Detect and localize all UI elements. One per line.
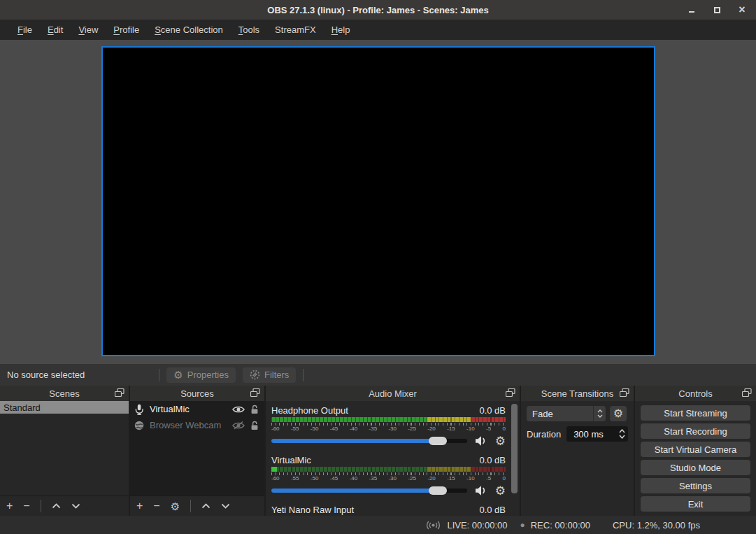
- menu-tools[interactable]: Tools: [231, 22, 267, 38]
- channel-settings-gear-icon[interactable]: ⚙: [495, 485, 506, 497]
- audio-mixer-header[interactable]: Audio Mixer: [266, 386, 520, 401]
- record-dot-icon: ●: [520, 520, 525, 530]
- move-scene-up-button[interactable]: [52, 503, 61, 509]
- add-source-button[interactable]: +: [136, 500, 143, 512]
- no-source-label: No source selected: [7, 370, 85, 380]
- minimize-button[interactable]: [686, 4, 697, 15]
- scene-item-standard[interactable]: Standard: [0, 401, 129, 414]
- popout-icon[interactable]: [506, 388, 515, 398]
- filters-button[interactable]: Filters: [243, 367, 296, 383]
- exit-button[interactable]: Exit: [641, 496, 750, 512]
- chevron-up-icon: [597, 409, 603, 413]
- scenes-header[interactable]: Scenes: [0, 386, 129, 401]
- preview-canvas[interactable]: [101, 46, 655, 356]
- menu-scene-collection[interactable]: Scene Collection: [147, 22, 231, 38]
- menu-file[interactable]: File: [10, 22, 40, 38]
- scenes-title: Scenes: [49, 388, 79, 399]
- lock-open-icon[interactable]: [250, 405, 259, 414]
- remove-scene-button[interactable]: −: [23, 500, 29, 512]
- lock-open-icon[interactable]: [250, 421, 259, 430]
- toolbar-separator: [190, 500, 191, 512]
- menu-profile[interactable]: Profile: [106, 22, 147, 38]
- menu-bar: File Edit View Profile Scene Collection …: [0, 20, 756, 40]
- channel-name: Yeti Nano Raw Input: [271, 505, 354, 515]
- source-label: VirtualMic: [150, 404, 227, 414]
- speaker-icon[interactable]: [474, 435, 488, 447]
- menu-edit[interactable]: Edit: [40, 22, 71, 38]
- transitions-body: Fade ⚙ Duration: [521, 401, 634, 447]
- move-source-up-button[interactable]: [201, 503, 211, 509]
- start-recording-button[interactable]: Start Recording: [641, 423, 750, 439]
- channel-db: 0.0 dB: [479, 405, 506, 416]
- select-spinner[interactable]: [593, 406, 606, 421]
- duration-spinbox[interactable]: 300 ms: [566, 426, 628, 442]
- spin-up-icon[interactable]: [619, 429, 625, 433]
- mixer-channel-virtualmic: VirtualMic 0.0 dB -60-55-50-45-40-35-30-…: [271, 454, 506, 498]
- chevron-down-icon: [597, 414, 603, 418]
- volume-meter: [271, 417, 506, 422]
- mixer-scrollbar[interactable]: [511, 404, 518, 493]
- scenes-dock: Scenes Standard + −: [0, 386, 129, 516]
- start-virtual-camera-button[interactable]: Start Virtual Camera: [641, 442, 750, 457]
- close-button[interactable]: ×: [736, 4, 748, 15]
- volume-slider[interactable]: [271, 435, 467, 447]
- mixer-channel-yeti: Yeti Nano Raw Input 0.0 dB -60-55-50-45-…: [271, 504, 506, 516]
- studio-mode-button[interactable]: Studio Mode: [641, 460, 750, 475]
- controls-dock: Controls Start Streaming Start Recording…: [635, 386, 756, 516]
- gear-icon: ⚙: [173, 370, 183, 380]
- visibility-icon[interactable]: [232, 405, 245, 414]
- popout-icon[interactable]: [115, 388, 124, 398]
- visibility-off-icon[interactable]: [232, 421, 245, 430]
- maximize-button[interactable]: [711, 4, 722, 15]
- remove-source-button[interactable]: −: [153, 500, 159, 512]
- popout-icon[interactable]: [742, 388, 752, 398]
- properties-button[interactable]: ⚙ Properties: [166, 367, 236, 383]
- slider-handle[interactable]: [429, 437, 447, 445]
- speaker-icon[interactable]: [474, 485, 488, 496]
- channel-settings-gear-icon[interactable]: ⚙: [495, 435, 506, 447]
- transition-select[interactable]: Fade: [527, 406, 606, 421]
- window-title: OBS 27.1.3 (linux) - Profile: James - Sc…: [267, 5, 488, 15]
- popout-icon[interactable]: [250, 388, 260, 398]
- sources-list[interactable]: VirtualMic Browser Webcam: [130, 401, 264, 496]
- close-icon: ×: [739, 4, 745, 15]
- controls-body: Start Streaming Start Recording Start Vi…: [635, 401, 756, 516]
- transitions-title: Scene Transitions: [541, 388, 613, 399]
- move-source-down-button[interactable]: [221, 503, 230, 509]
- source-toolbar: No source selected ⚙ Properties Filters: [0, 364, 756, 386]
- move-scene-down-button[interactable]: [71, 503, 80, 509]
- source-item-virtualmic[interactable]: VirtualMic: [130, 401, 264, 417]
- scenes-list[interactable]: Standard: [0, 401, 129, 496]
- toolbar-separator: [159, 369, 159, 381]
- start-streaming-button[interactable]: Start Streaming: [641, 405, 750, 421]
- spin-down-icon[interactable]: [619, 435, 625, 439]
- toolbar-separator: [41, 500, 41, 512]
- menu-view[interactable]: View: [71, 22, 106, 38]
- sources-dock: Sources VirtualMic: [130, 386, 264, 516]
- live-time: LIVE: 00:00:00: [447, 520, 507, 531]
- microphone-icon: [134, 404, 144, 415]
- transition-properties-button[interactable]: ⚙: [610, 406, 627, 421]
- add-scene-button[interactable]: +: [6, 500, 13, 512]
- audio-mixer-body: Headphone Output 0.0 dB -60-55-50-45-40-…: [266, 401, 520, 516]
- controls-header[interactable]: Controls: [635, 386, 756, 401]
- scenes-dock-toolbar: + −: [0, 496, 129, 516]
- channel-db: 0.0 dB: [479, 455, 506, 465]
- globe-icon: [134, 421, 144, 430]
- maximize-icon: [714, 7, 720, 13]
- popout-icon[interactable]: [620, 388, 629, 398]
- meter-scale: -60-55-50-45-40-35-30-25-20-15-10-50: [271, 426, 506, 432]
- gear-icon: ⚙: [613, 408, 623, 419]
- source-item-browser-webcam[interactable]: Browser Webcam: [130, 417, 264, 433]
- settings-button[interactable]: Settings: [641, 478, 750, 493]
- source-properties-button[interactable]: ⚙: [171, 501, 180, 512]
- transitions-header[interactable]: Scene Transitions: [521, 386, 634, 401]
- slider-handle[interactable]: [429, 486, 447, 495]
- volume-slider[interactable]: [271, 485, 467, 496]
- duration-value: 300 ms: [566, 429, 617, 440]
- menu-streamfx[interactable]: StreamFX: [267, 22, 324, 38]
- menu-help[interactable]: Help: [324, 22, 358, 38]
- sources-header[interactable]: Sources: [130, 386, 264, 401]
- scene-transitions-dock: Scene Transitions Fade: [521, 386, 634, 516]
- title-bar[interactable]: OBS 27.1.3 (linux) - Profile: James - Sc…: [0, 0, 756, 20]
